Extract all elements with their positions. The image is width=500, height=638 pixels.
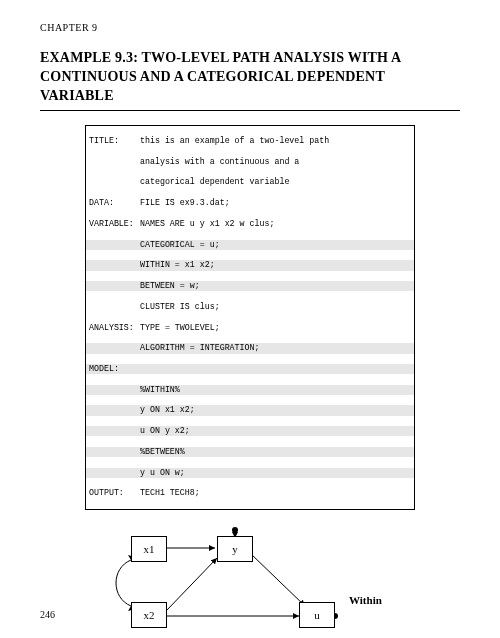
node-u: u [299, 602, 335, 628]
within-label: Within [349, 594, 382, 606]
code-line: FILE IS ex9.3.dat; [140, 198, 414, 208]
code-listing: TITLE:this is an example of a two-level … [85, 125, 415, 510]
chapter-label: CHAPTER 9 [40, 22, 460, 33]
code-line: %WITHIN% [140, 385, 414, 395]
code-kw-data: DATA: [86, 198, 140, 208]
code-line: %BETWEEN% [140, 447, 414, 457]
node-x2: x2 [131, 602, 167, 628]
code-line: y ON x1 x2; [140, 405, 414, 415]
code-line: u ON y x2; [140, 426, 414, 436]
code-line: analysis with a continuous and a [140, 157, 414, 167]
code-line: CLUSTER IS clus; [140, 302, 414, 312]
code-line: TECH1 TECH8; [140, 488, 414, 498]
title-rule [40, 110, 460, 111]
code-kw-analysis: ANALYSIS: [86, 323, 140, 333]
example-title: EXAMPLE 9.3: TWO-LEVEL PATH ANALYSIS WIT… [40, 49, 460, 106]
node-y: y [217, 536, 253, 562]
svg-point-4 [232, 527, 238, 533]
svg-line-3 [251, 554, 305, 606]
code-line: NAMES ARE u y x1 x2 w clus; [140, 219, 414, 229]
code-line: categorical dependent variable [140, 177, 414, 187]
code-kw-output: OUTPUT: [86, 488, 140, 498]
within-diagram: x1 x2 y u Within [105, 524, 395, 638]
code-line: ALGORITHM = INTEGRATION; [140, 343, 414, 353]
code-kw-model: MODEL: [86, 364, 140, 374]
page-number: 246 [40, 609, 55, 620]
code-line: y u ON w; [140, 468, 414, 478]
node-x1: x1 [131, 536, 167, 562]
code-line: this is an example of a two-level path [140, 136, 414, 146]
code-line: BETWEEN = w; [140, 281, 414, 291]
svg-line-1 [167, 558, 217, 610]
code-kw-title: TITLE: [86, 136, 140, 146]
code-line: TYPE = TWOLEVEL; [140, 323, 414, 333]
code-kw-variable: VARIABLE: [86, 219, 140, 229]
code-line: CATEGORICAL = u; [140, 240, 414, 250]
code-line: WITHIN = x1 x2; [140, 260, 414, 270]
